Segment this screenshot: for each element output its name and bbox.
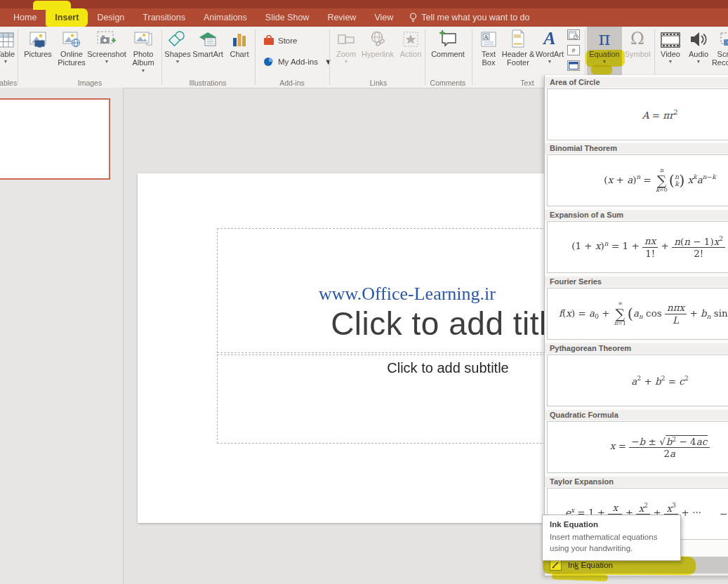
pictures-icon bbox=[29, 28, 47, 48]
shapes-button[interactable]: Shapes ▼ bbox=[164, 28, 191, 65]
action-icon bbox=[402, 28, 419, 48]
video-icon bbox=[661, 28, 680, 48]
chevron-down-icon: ▼ bbox=[548, 59, 552, 65]
tab-view[interactable]: View bbox=[365, 8, 402, 27]
comment-button[interactable]: Comment bbox=[430, 28, 466, 58]
symbol-omega-icon: Ω bbox=[630, 28, 644, 48]
chevron-down-icon: ▼ bbox=[4, 59, 8, 65]
store-icon bbox=[263, 35, 274, 46]
hyperlink-icon bbox=[369, 28, 387, 48]
equation-item-binomial-theorem[interactable]: (x + a)n = n∑k=0(nk) xkan−k bbox=[547, 154, 728, 206]
insert-tab-highlight-marker bbox=[33, 1, 71, 10]
wordart-button[interactable]: A WordArt ▼ bbox=[534, 28, 565, 65]
tab-review[interactable]: Review bbox=[318, 8, 365, 27]
chevron-down-icon: ▼ bbox=[176, 59, 180, 65]
my-addins-icon bbox=[263, 56, 274, 67]
group-label-links: Links bbox=[343, 79, 413, 87]
photo-album-button[interactable]: Photo Album ▼ bbox=[126, 28, 161, 73]
slide-number-button[interactable]: # bbox=[567, 45, 580, 55]
smartart-icon bbox=[198, 28, 218, 48]
equation-item-area-of-circle[interactable]: A = πr2 bbox=[547, 88, 728, 140]
screen-recording-icon bbox=[720, 28, 728, 48]
watermark-text: www.Office-Learning.ir bbox=[260, 284, 555, 305]
tab-transitions[interactable]: Transitions bbox=[133, 8, 194, 27]
chart-button[interactable]: Chart bbox=[226, 28, 253, 58]
group-label-comments: Comments bbox=[413, 79, 483, 87]
text-box-icon: A bbox=[480, 28, 497, 48]
tooltip-body: Insert mathematical equations using your… bbox=[550, 532, 673, 554]
equation-item-pythagorean-theorem[interactable]: a2 + b2 = c2 bbox=[547, 354, 728, 406]
ink-equation-tooltip: Ink Equation Insert mathematical equatio… bbox=[542, 515, 681, 561]
action-button: Action bbox=[397, 28, 425, 58]
zoom-button: Zoom ▼ bbox=[333, 28, 359, 65]
equation-item-fourier-series[interactable]: f(x) = a0 + ∞∑n=1(an cos nπxL + bn sin n… bbox=[547, 288, 728, 340]
online-pictures-button[interactable]: Online Pictures bbox=[55, 28, 88, 67]
chevron-down-icon: ▼ bbox=[105, 59, 110, 65]
dropdown-bottom-edge bbox=[545, 573, 728, 576]
hyperlink-button: Hyperlink bbox=[359, 28, 396, 58]
audio-icon bbox=[689, 28, 708, 48]
group-label-images: Images bbox=[55, 79, 125, 87]
store-button[interactable]: Store bbox=[263, 35, 298, 46]
header-footer-icon bbox=[511, 28, 525, 48]
section-header-binomial-theorem: Binomial Theorem bbox=[545, 143, 728, 154]
my-addins-button[interactable]: My Add-ins ▼ bbox=[263, 56, 332, 67]
zoom-link-icon bbox=[337, 28, 355, 48]
group-label-addins: Add-ins bbox=[257, 79, 327, 87]
insert-object-button[interactable] bbox=[567, 60, 580, 71]
audio-button[interactable]: Audio ▼ bbox=[685, 28, 712, 65]
equation-pi-icon: π bbox=[598, 28, 610, 48]
equation-item-expansion-of-a-sum[interactable]: (1 + x)n = 1 + nx1! + n(n − 1)x22! + ··· bbox=[547, 221, 728, 273]
online-pictures-icon bbox=[62, 28, 81, 48]
tab-animations[interactable]: Animations bbox=[194, 8, 256, 27]
date-time-button[interactable] bbox=[567, 29, 580, 40]
ink-equation-label: Ink Equation bbox=[568, 561, 613, 569]
symbol-button: Ω Symbol bbox=[622, 28, 653, 58]
chart-icon bbox=[232, 28, 247, 48]
screenshot-button[interactable]: Screenshot ▼ bbox=[88, 28, 126, 65]
window-title-bar bbox=[0, 0, 728, 8]
chevron-down-icon: ▼ bbox=[324, 58, 332, 66]
screen-recording-button[interactable]: Screen Recording bbox=[710, 28, 728, 67]
slide-1-thumbnail[interactable] bbox=[0, 98, 110, 180]
header-footer-button[interactable]: Header & Footer bbox=[501, 28, 536, 67]
shapes-icon bbox=[168, 28, 187, 48]
chevron-down-icon: ▼ bbox=[141, 68, 146, 74]
section-header-taylor-expansion: Taylor Expansion bbox=[545, 477, 728, 487]
ink-pen-icon bbox=[550, 559, 562, 571]
svg-text:A: A bbox=[484, 34, 489, 41]
group-label-illustrations: Illustrations bbox=[173, 79, 243, 87]
video-button[interactable]: Video ▼ bbox=[657, 28, 684, 65]
tab-insert[interactable]: Insert bbox=[46, 8, 88, 27]
pictures-button[interactable]: Pictures bbox=[21, 28, 55, 58]
table-button[interactable]: Table ▼ bbox=[0, 28, 20, 65]
wordart-icon: A bbox=[543, 28, 555, 48]
chevron-down-icon: ▼ bbox=[344, 59, 349, 65]
chevron-down-icon: ▼ bbox=[668, 59, 673, 65]
tell-me-box[interactable]: Tell me what you want to do bbox=[409, 13, 529, 22]
equation-gallery-dropdown: Area of Circle A = πr2 Binomial Theorem … bbox=[544, 75, 728, 576]
text-box-button[interactable]: A Text Box bbox=[476, 28, 501, 67]
group-label-tables: Tables bbox=[0, 79, 22, 87]
section-header-pythagorean-theorem: Pythagorean Theorem bbox=[545, 343, 728, 354]
table-icon bbox=[0, 28, 14, 48]
section-header-fourier-series: Fourier Series bbox=[545, 277, 728, 287]
chevron-down-icon: ▼ bbox=[696, 59, 701, 65]
tab-home[interactable]: Home bbox=[4, 8, 46, 27]
equation-item-quadratic-formula[interactable]: x = −b ± √b2 − 4ac2a bbox=[547, 421, 728, 473]
comment-icon bbox=[438, 28, 458, 48]
section-header-expansion-of-a-sum: Expansion of a Sum bbox=[545, 210, 728, 220]
tab-design[interactable]: Design bbox=[88, 8, 133, 27]
tab-slide-show[interactable]: Slide Show bbox=[256, 8, 319, 27]
smartart-button[interactable]: SmartArt bbox=[190, 28, 225, 58]
tooltip-title: Ink Equation bbox=[550, 520, 673, 529]
ribbon-tab-bar: Home Insert Design Transitions Animation… bbox=[0, 8, 728, 27]
screenshot-icon bbox=[97, 28, 117, 48]
section-header-quadratic-formula: Quadratic Formula bbox=[545, 410, 728, 420]
equation-button[interactable]: π Equation ▼ bbox=[587, 28, 622, 65]
photo-album-icon bbox=[133, 28, 153, 48]
lightbulb-icon bbox=[409, 13, 417, 22]
chevron-down-icon: ▼ bbox=[602, 59, 607, 65]
section-header-area-of-circle: Area of Circle bbox=[545, 77, 728, 88]
